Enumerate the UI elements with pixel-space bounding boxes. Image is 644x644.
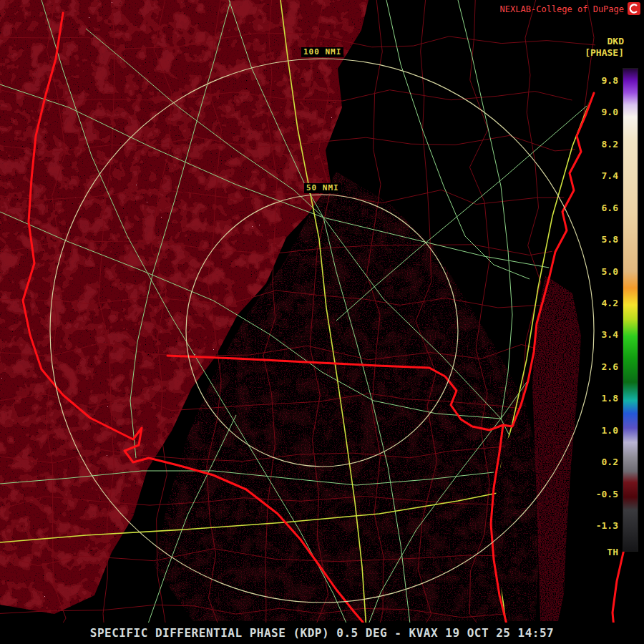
radar-viewer: 100 NMI 50 NMI NEXLAB-College of DuPage … [0, 0, 644, 644]
range-ring-label-50nmi: 50 NMI [304, 183, 341, 193]
colorbar-tick-label: 9.0 [584, 107, 618, 118]
colorbar-tick-label: 5.8 [584, 234, 618, 245]
colorbar-tick-label: 8.2 [584, 139, 618, 150]
colorbar-tick-label: 1.0 [584, 425, 618, 436]
colorbar-tick-label: -1.3 [584, 520, 618, 532]
colorbar-tick-label: 3.4 [584, 329, 618, 341]
colorbar-tick-label: -0.5 [584, 489, 618, 500]
colorbar-tick-label: 7.4 [584, 170, 618, 182]
product-code: DKD [574, 36, 624, 47]
colorbar-tick-label: 4.2 [584, 298, 618, 309]
colorbar-tick-label: 6.6 [584, 203, 618, 214]
colorbar-tick-label: 0.2 [584, 457, 618, 468]
colorbar-tick-label: 9.8 [584, 75, 618, 87]
colorbar-tick-label: 1.8 [584, 393, 618, 404]
radar-map [0, 0, 644, 644]
range-ring-label-100nmi: 100 NMI [301, 47, 343, 57]
colorbar-tick-label: 2.6 [584, 361, 618, 373]
product-units: [PHASE] [574, 47, 624, 58]
cod-logo-icon [628, 2, 640, 15]
colorbar-tick-label: 5.0 [584, 266, 618, 278]
colorbar [623, 68, 638, 552]
colorbar-threshold-label: TH [584, 547, 618, 558]
status-bar: SPECIFIC DIFFERENTIAL PHASE (KDP) 0.5 DE… [0, 623, 644, 644]
brand-title: NEXLAB-College of DuPage [500, 4, 624, 15]
